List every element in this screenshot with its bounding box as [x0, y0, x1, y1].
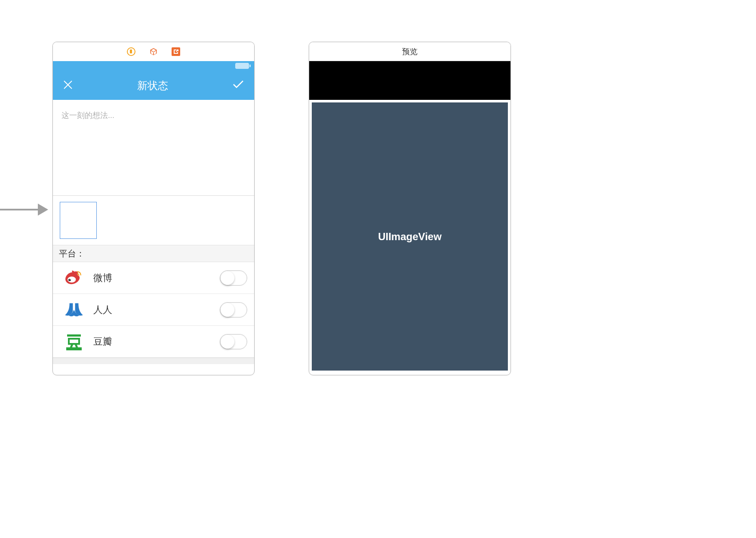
arrow-icon [0, 204, 49, 216]
image-attachment-section [53, 196, 254, 245]
platform-row-weibo: 微博 [53, 262, 254, 294]
uiimageview-placeholder: UIImageView [312, 102, 508, 371]
close-button[interactable] [63, 79, 73, 93]
svg-rect-5 [66, 347, 82, 349]
platform-row-renren: 人人 [53, 294, 254, 326]
export-icon[interactable] [172, 47, 180, 56]
image-thumbnail[interactable] [60, 202, 97, 239]
nav-bar: 新状态 [53, 71, 254, 100]
svg-rect-3 [67, 334, 81, 337]
douban-toggle[interactable] [220, 334, 247, 349]
platforms-header: 平台： [53, 245, 254, 262]
status-bar [53, 61, 254, 71]
weibo-toggle[interactable] [220, 270, 247, 286]
weibo-icon [64, 268, 84, 288]
battery-icon [235, 63, 249, 69]
black-bar [309, 61, 510, 100]
nav-title: 新状态 [137, 79, 168, 93]
compose-area [53, 100, 254, 195]
renren-toggle[interactable] [220, 302, 247, 318]
xcode-toolbar: 1 [53, 42, 254, 61]
platform-row-douban: 豆瓣 [53, 326, 254, 358]
platform-label: 微博 [93, 272, 220, 284]
douban-icon [64, 332, 84, 352]
platform-label: 人人 [93, 303, 220, 316]
svg-text:1: 1 [153, 50, 154, 53]
imageview-label: UIImageView [378, 231, 442, 243]
platform-label: 豆瓣 [93, 335, 220, 348]
bottom-spacer [53, 358, 254, 364]
preview-header: 预览 [309, 42, 510, 61]
preview-screen: 预览 UIImageView [309, 42, 511, 375]
svg-point-2 [70, 278, 71, 279]
3d-view-icon[interactable]: 1 [149, 47, 158, 56]
compose-input[interactable] [61, 110, 246, 128]
svg-rect-4 [69, 339, 79, 344]
identity-inspector-icon[interactable] [127, 47, 135, 56]
compose-screen: 1 新状态 平台： 微博 [52, 42, 255, 375]
renren-icon [64, 300, 84, 320]
submit-button[interactable] [233, 80, 244, 92]
